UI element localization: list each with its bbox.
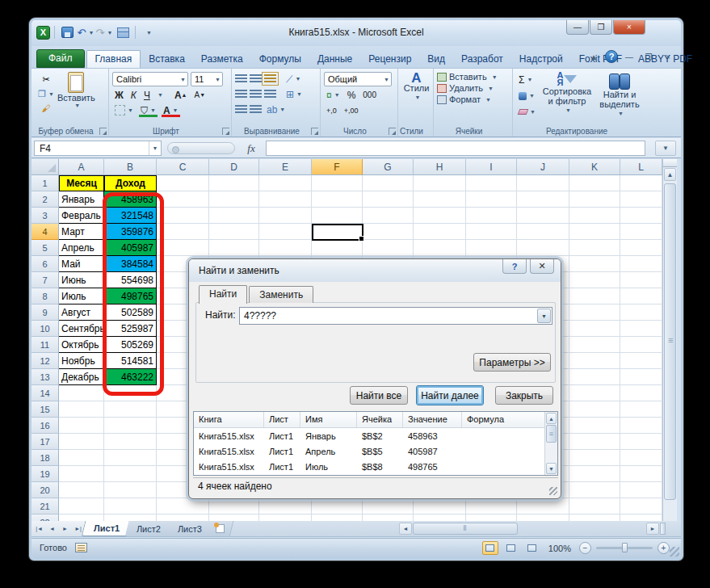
- cell-F21[interactable]: [312, 498, 363, 514]
- decrease-indent-icon[interactable]: [235, 105, 247, 114]
- cell-A10[interactable]: Сентябрь: [59, 321, 104, 337]
- row-header-22[interactable]: 22: [32, 514, 59, 521]
- column-header-G[interactable]: G: [363, 159, 414, 175]
- cell-G3[interactable]: [363, 208, 414, 224]
- cell-K9[interactable]: [569, 304, 620, 321]
- help-icon[interactable]: ?: [605, 50, 618, 63]
- cell-I21[interactable]: [466, 498, 517, 514]
- cell-E22[interactable]: [259, 514, 312, 521]
- zoom-slider[interactable]: [596, 547, 653, 549]
- cell-K2[interactable]: [569, 191, 620, 208]
- cell-K21[interactable]: [569, 498, 620, 514]
- align-top-icon[interactable]: [235, 74, 247, 83]
- cell-A11[interactable]: Октябрь: [59, 337, 104, 353]
- cell-J1[interactable]: [517, 175, 569, 191]
- vertical-scrollbar[interactable]: ▲ ▼: [662, 159, 677, 537]
- cell-D4[interactable]: [209, 224, 259, 240]
- cell-A7[interactable]: Июнь: [59, 272, 104, 288]
- scroll-left-icon[interactable]: ◄: [399, 523, 412, 535]
- cell-K6[interactable]: [569, 256, 620, 272]
- results-column-Формула[interactable]: Формула: [462, 412, 546, 427]
- cell-C1[interactable]: [157, 175, 209, 191]
- cell-E4[interactable]: [259, 224, 312, 240]
- row-header-10[interactable]: 10: [32, 321, 59, 337]
- page-break-view-button[interactable]: [524, 541, 540, 555]
- cell-L13[interactable]: [620, 369, 662, 385]
- cell-B15[interactable]: [104, 401, 157, 418]
- selected-cell-F4[interactable]: [312, 224, 363, 241]
- find-next-button[interactable]: Найти далее: [416, 385, 484, 405]
- font-dialog-launcher[interactable]: [222, 128, 229, 135]
- cell-C2[interactable]: [157, 191, 209, 208]
- cell-L18[interactable]: [620, 450, 662, 466]
- row-header-11[interactable]: 11: [32, 337, 59, 353]
- row-header-19[interactable]: 19: [32, 466, 59, 482]
- formula-input[interactable]: [266, 141, 645, 156]
- cell-L7[interactable]: [620, 272, 662, 288]
- cell-A19[interactable]: [59, 466, 104, 482]
- cell-L20[interactable]: [620, 482, 662, 498]
- row-header-9[interactable]: 9: [32, 304, 59, 321]
- row-header-18[interactable]: 18: [32, 450, 59, 466]
- workbook-minimize-button[interactable]: —: [621, 50, 637, 63]
- ribbon-tab-разработ[interactable]: Разработ: [453, 51, 511, 68]
- column-header-A[interactable]: A: [59, 159, 104, 175]
- row-header-15[interactable]: 15: [32, 401, 59, 418]
- cell-L11[interactable]: [620, 337, 662, 353]
- column-header-I[interactable]: I: [466, 159, 517, 175]
- cell-C22[interactable]: [157, 514, 209, 521]
- clear-button[interactable]: ▼: [516, 105, 540, 119]
- tab-find[interactable]: Найти: [199, 285, 247, 304]
- horizontal-split-handle[interactable]: [660, 523, 666, 535]
- normal-view-button[interactable]: [482, 541, 498, 555]
- cell-B19[interactable]: [104, 466, 157, 482]
- cell-A4[interactable]: Март: [59, 224, 104, 240]
- result-row-2[interactable]: Книга515.xlsxЛист1Апрель$B$5405987: [194, 443, 557, 459]
- styles-button[interactable]: A Стили ▼: [401, 70, 431, 104]
- cell-A2[interactable]: Январь: [59, 191, 104, 208]
- column-header-E[interactable]: E: [259, 159, 312, 175]
- cell-A17[interactable]: [59, 434, 104, 450]
- font-name-combo[interactable]: Calibri▼: [112, 72, 188, 86]
- cell-G21[interactable]: [363, 498, 414, 514]
- ribbon-tab-формулы[interactable]: Формулы: [251, 51, 309, 68]
- column-header-F[interactable]: F: [312, 159, 363, 175]
- percent-button[interactable]: %: [345, 88, 359, 102]
- cell-L2[interactable]: [620, 191, 662, 208]
- cell-F22[interactable]: [312, 514, 363, 521]
- cell-L8[interactable]: [620, 288, 662, 304]
- cell-C5[interactable]: [157, 240, 209, 256]
- cell-E2[interactable]: [259, 191, 312, 208]
- cell-D2[interactable]: [209, 191, 259, 208]
- cell-A8[interactable]: Июль: [59, 288, 104, 304]
- increase-indent-icon[interactable]: [250, 105, 262, 114]
- cell-H1[interactable]: [414, 175, 466, 191]
- format-painter-icon[interactable]: 🖌: [39, 102, 53, 115]
- font-size-combo[interactable]: 11▼: [191, 72, 223, 86]
- column-header-B[interactable]: B: [104, 159, 157, 175]
- cell-K8[interactable]: [569, 288, 620, 304]
- cell-L10[interactable]: [620, 321, 662, 337]
- sort-filter-button[interactable]: АЯ Сортировка и фильтр ▼: [540, 70, 594, 120]
- row-header-14[interactable]: 14: [32, 385, 59, 401]
- cell-K12[interactable]: [569, 353, 620, 369]
- number-format-combo[interactable]: Общий▼: [324, 72, 392, 86]
- cell-K3[interactable]: [569, 208, 620, 224]
- row-header-4[interactable]: 4: [32, 224, 59, 240]
- zoom-in-button[interactable]: +: [657, 542, 670, 554]
- scroll-right-icon[interactable]: ►: [646, 523, 659, 535]
- insert-sheet-tab[interactable]: [208, 521, 234, 536]
- row-header-3[interactable]: 3: [32, 208, 59, 224]
- cell-G5[interactable]: [363, 240, 414, 256]
- cut-icon[interactable]: ✂: [39, 73, 53, 86]
- cell-B22[interactable]: [104, 514, 157, 521]
- cell-E1[interactable]: [259, 175, 312, 191]
- workbook-restore-button[interactable]: ❐: [641, 50, 657, 63]
- number-dialog-launcher[interactable]: [389, 128, 396, 135]
- cell-C4[interactable]: [157, 224, 209, 240]
- cell-B1[interactable]: Доход: [104, 175, 157, 191]
- cell-A20[interactable]: [59, 482, 104, 498]
- cell-E5[interactable]: [259, 240, 312, 256]
- autosum-button[interactable]: Σ▼: [516, 73, 540, 86]
- underline-button[interactable]: Ч: [141, 88, 153, 102]
